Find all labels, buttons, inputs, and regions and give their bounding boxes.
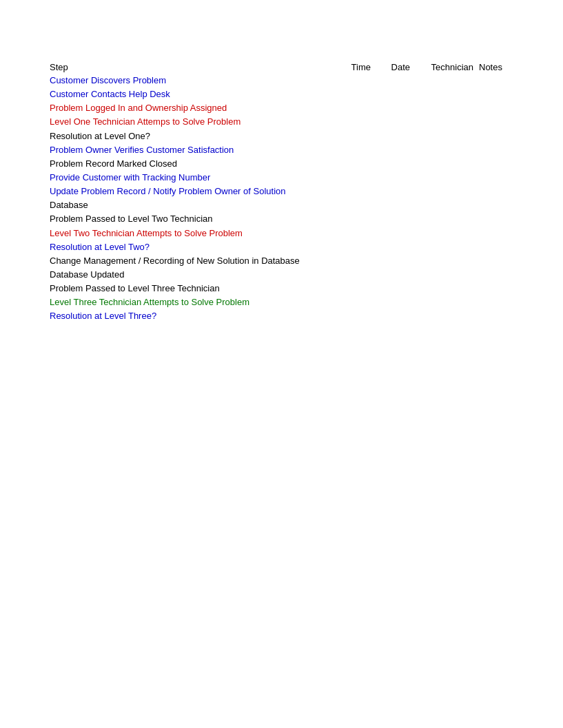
row-step-text: Customer Discovers Problem [50,74,513,87]
row-step-text: Problem Logged In and Ownership Assigned [50,101,513,115]
row-step-text: Resolution at Level Two? [50,240,513,254]
header-step: Step [50,62,351,72]
table-row: Problem Record Marked Closed [50,157,513,171]
header-date: Date [391,62,426,72]
header-time: Time [351,62,386,72]
table-row: Problem Passed to Level Three Technician [50,282,513,295]
row-step-text: Level Two Technician Attempts to Solve P… [50,227,513,240]
row-step-text: Level One Technician Attemps to Solve Pr… [50,115,513,129]
table-row: Update Problem Record / Notify Problem O… [50,185,513,198]
row-step-text: Customer Contacts Help Desk [50,87,513,101]
table-row: Resolution at Level Three? [50,309,513,323]
table-row: Database [50,198,513,212]
row-step-text: Change Management / Recording of New Sol… [50,254,513,268]
row-step-text: Problem Passed to Level Two Technician [50,212,513,226]
table-row: Customer Contacts Help Desk [50,87,513,101]
table-row: Customer Discovers Problem [50,74,513,87]
table-row: Change Management / Recording of New Sol… [50,254,513,268]
row-step-text: Update Problem Record / Notify Problem O… [50,185,513,198]
row-step-text: Database Updated [50,268,513,282]
table-row: Problem Owner Verifies Customer Satisfac… [50,143,513,157]
row-step-text: Problem Passed to Level Three Technician [50,282,513,295]
header-notes: Notes [479,62,513,72]
header-technician: Technician [431,62,473,72]
table-row: Resolution at Level Two? [50,240,513,254]
row-step-text: Provide Customer with Tracking Number [50,171,513,185]
table-row: Database Updated [50,268,513,282]
row-step-text: Resolution at Level One? [50,129,513,143]
table-row: Problem Passed to Level Two Technician [50,212,513,226]
table-row: Level Three Technician Attempts to Solve… [50,295,513,309]
table-row: Resolution at Level One? [50,129,513,143]
table-row: Level One Technician Attemps to Solve Pr… [50,115,513,129]
row-step-text: Database [50,198,513,212]
row-step-text: Problem Record Marked Closed [50,157,513,171]
row-step-text: Resolution at Level Three? [50,309,513,323]
table-row: Level Two Technician Attempts to Solve P… [50,227,513,240]
checklist-table: Step Time Date Technician Notes Customer… [50,62,513,324]
row-step-text: Level Three Technician Attempts to Solve… [50,295,513,309]
row-step-text: Problem Owner Verifies Customer Satisfac… [50,143,513,157]
table-row: Provide Customer with Tracking Number [50,171,513,185]
table-row: Problem Logged In and Ownership Assigned [50,101,513,115]
header-right-cols: Time Date Technician Notes [351,62,513,72]
table-header: Step Time Date Technician Notes [50,62,513,72]
rows-container: Customer Discovers ProblemCustomer Conta… [50,74,513,324]
